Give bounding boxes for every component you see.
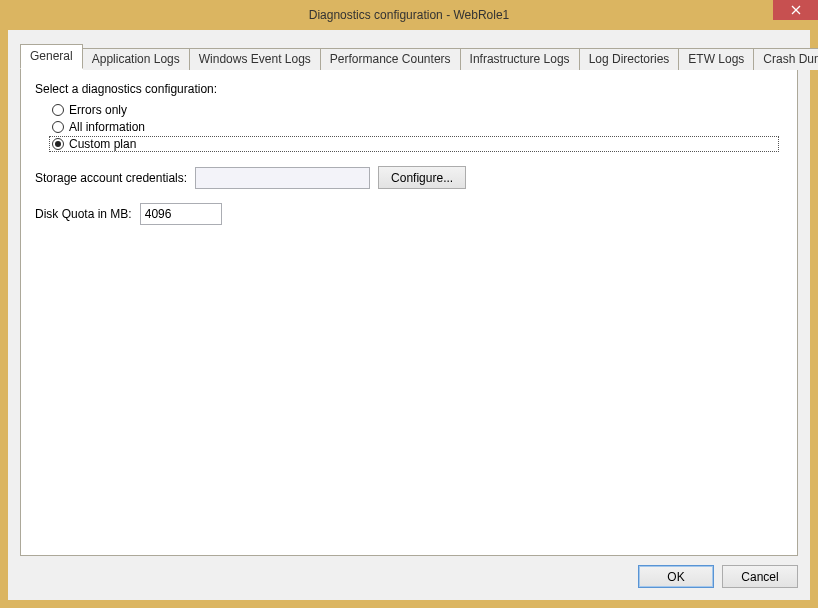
tab-etw-logs[interactable]: ETW Logs	[679, 48, 754, 70]
tab-performance-counters[interactable]: Performance Counters	[321, 48, 461, 70]
tab-infrastructure-logs[interactable]: Infrastructure Logs	[461, 48, 580, 70]
disk-quota-input[interactable]	[140, 203, 222, 225]
close-button[interactable]	[773, 0, 818, 20]
radio-label: Custom plan	[69, 137, 136, 151]
quota-label: Disk Quota in MB:	[35, 207, 132, 221]
storage-row: Storage account credentials: Configure..…	[35, 166, 783, 189]
tab-control: General Application Logs Windows Event L…	[20, 44, 798, 556]
quota-row: Disk Quota in MB:	[35, 203, 783, 225]
tabstrip: General Application Logs Windows Event L…	[20, 44, 798, 69]
config-prompt: Select a diagnostics configuration:	[35, 82, 783, 96]
radio-errors-only[interactable]: Errors only	[49, 102, 783, 118]
tab-application-logs[interactable]: Application Logs	[83, 48, 190, 70]
dialog-buttons: OK Cancel	[638, 565, 798, 588]
storage-credentials-input[interactable]	[195, 167, 370, 189]
radio-custom-plan[interactable]: Custom plan	[49, 136, 779, 152]
radio-all-information[interactable]: All information	[49, 119, 783, 135]
radio-icon	[52, 138, 64, 150]
config-radio-group: Errors only All information Custom plan	[49, 102, 783, 152]
tab-log-directories[interactable]: Log Directories	[580, 48, 680, 70]
window-title: Diagnostics configuration - WebRole1	[309, 8, 510, 22]
client-area: General Application Logs Windows Event L…	[8, 30, 810, 600]
close-icon	[791, 5, 801, 15]
ok-button[interactable]: OK	[638, 565, 714, 588]
titlebar[interactable]: Diagnostics configuration - WebRole1	[0, 0, 818, 30]
radio-icon	[52, 121, 64, 133]
tab-windows-event-logs[interactable]: Windows Event Logs	[190, 48, 321, 70]
tab-general[interactable]: General	[20, 44, 83, 69]
radio-icon	[52, 104, 64, 116]
radio-label: Errors only	[69, 103, 127, 117]
dialog-window: Diagnostics configuration - WebRole1 Gen…	[0, 0, 818, 608]
storage-label: Storage account credentials:	[35, 171, 187, 185]
tab-crash-dumps[interactable]: Crash Dumps	[754, 48, 818, 70]
cancel-button[interactable]: Cancel	[722, 565, 798, 588]
configure-button[interactable]: Configure...	[378, 166, 466, 189]
tabpage-general: Select a diagnostics configuration: Erro…	[20, 67, 798, 556]
radio-label: All information	[69, 120, 145, 134]
